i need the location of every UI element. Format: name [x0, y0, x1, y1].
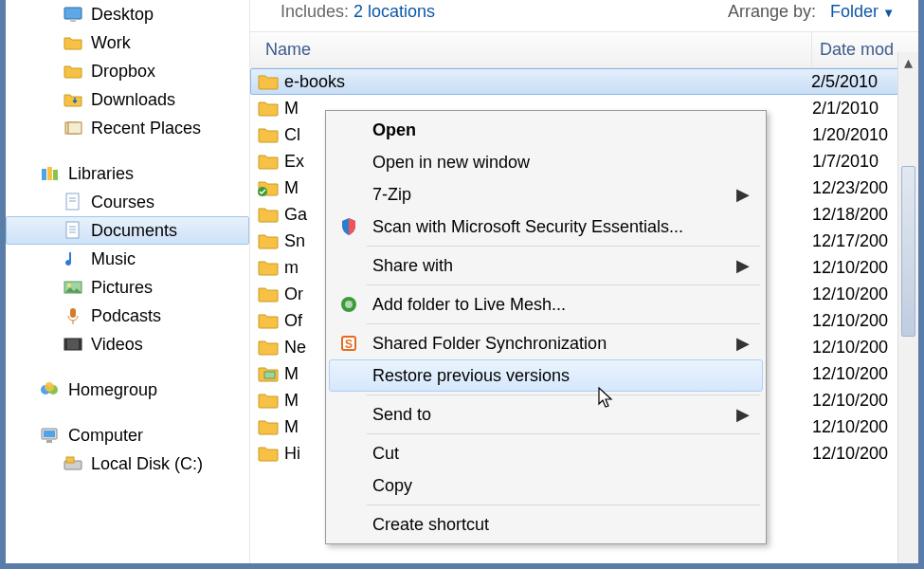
libraries-label: Libraries [68, 164, 134, 184]
sidebar-item-label: Podcasts [91, 306, 161, 326]
folder-icon [258, 257, 279, 278]
folder-icon [63, 61, 83, 82]
folder-icon [258, 204, 279, 225]
file-row[interactable]: e-books2/5/2010 [250, 68, 918, 95]
videos-icon [63, 334, 83, 355]
homegroup-icon [40, 379, 61, 400]
menu-item[interactable]: Restore previous versions [329, 359, 763, 392]
homegroup-group: Homegroup [6, 376, 249, 404]
computer-label: Computer [68, 426, 143, 446]
sidebar-item-music[interactable]: Music [6, 245, 249, 273]
menu-item[interactable]: Share with▶ [329, 249, 763, 282]
svg-rect-28 [66, 457, 74, 463]
context-menu: OpenOpen in new window7-Zip▶Scan with Mi… [325, 110, 767, 544]
sidebar-item-recent[interactable]: Recent Places [6, 114, 249, 142]
folder-icon [258, 151, 279, 172]
menu-item[interactable]: Scan with Microsoft Security Essentials.… [329, 211, 763, 243]
scroll-thumb[interactable] [901, 166, 915, 337]
svg-rect-16 [70, 308, 76, 318]
shield-icon [336, 216, 361, 237]
computer-header[interactable]: Computer [6, 421, 249, 450]
caret-down-icon: ▼ [882, 6, 895, 20]
sidebar-item-courses[interactable]: Courses [6, 188, 249, 216]
svg-point-15 [67, 284, 71, 287]
sidebar-item-local-disk[interactable]: Local Disk (C:) [6, 450, 249, 478]
menu-separator [367, 505, 760, 505]
svg-rect-26 [46, 440, 52, 443]
includes-info: Includes: 2 locations [265, 2, 450, 29]
sidebar-item-label: Pictures [91, 278, 153, 298]
folder-icon [258, 416, 279, 437]
arrange-value[interactable]: Folder [830, 2, 879, 21]
menu-item[interactable]: Open in new window [329, 146, 763, 178]
sidebar-item-pictures[interactable]: Pictures [6, 273, 249, 302]
menu-item[interactable]: SShared Folder Synchronization▶ [329, 327, 763, 359]
mesh-icon [336, 294, 361, 315]
arrange-by[interactable]: Arrange by: Folder▼ [728, 2, 895, 22]
sidebar-item-label: Music [91, 249, 136, 269]
svg-rect-5 [47, 167, 52, 180]
menu-item[interactable]: Copy [329, 469, 763, 502]
scroll-up-icon[interactable]: ▴ [898, 52, 918, 73]
sidebar-item-work[interactable]: Work [6, 28, 249, 57]
sidebar-item-label: Courses [91, 193, 154, 212]
folder-pictures-icon [258, 363, 279, 384]
libraries-icon [40, 163, 61, 184]
sidebar-item-downloads[interactable]: Downloads [6, 85, 249, 114]
file-name: e-books [284, 72, 811, 92]
svg-rect-25 [44, 431, 55, 437]
menu-item-label: 7-Zip [372, 185, 411, 205]
homegroup-header[interactable]: Homegroup [6, 376, 249, 404]
vertical-scrollbar[interactable]: ▴ [897, 52, 918, 563]
blank-icon [336, 443, 361, 464]
sidebar-item-desktop[interactable]: Desktop [6, 0, 249, 28]
submenu-arrow-icon: ▶ [736, 255, 750, 276]
desktop-icon [63, 4, 83, 25]
svg-rect-20 [79, 339, 82, 350]
folder-icon [258, 337, 279, 358]
folder-icon [258, 71, 279, 92]
sidebar-item-videos[interactable]: Videos [6, 330, 249, 358]
menu-item[interactable]: Add folder to Live Mesh... [329, 288, 763, 321]
document-icon [63, 192, 83, 212]
sync-icon: S [336, 333, 361, 354]
sidebar-item-label: Work [91, 33, 131, 53]
blank-icon [336, 365, 361, 386]
submenu-arrow-icon: ▶ [736, 404, 750, 425]
menu-item-label: Share with [372, 256, 453, 276]
svg-rect-30 [264, 372, 275, 378]
menu-item[interactable]: Open [329, 114, 763, 146]
folder-icon [258, 124, 279, 145]
menu-item-label: Send to [372, 405, 431, 425]
svg-text:S: S [345, 338, 353, 351]
sidebar-item-podcasts[interactable]: Podcasts [6, 302, 249, 330]
menu-item[interactable]: Create shortcut [329, 508, 763, 541]
submenu-arrow-icon: ▶ [736, 184, 750, 205]
sidebar-item-label: Downloads [91, 90, 175, 110]
music-icon [63, 248, 83, 269]
sidebar-item-dropbox[interactable]: Dropbox [6, 57, 249, 85]
folder-icon [258, 284, 279, 304]
podcasts-icon [63, 305, 83, 326]
disk-icon [63, 453, 83, 474]
arrange-label: Arrange by: [728, 2, 816, 21]
menu-separator [367, 433, 760, 434]
menu-item[interactable]: Send to▶ [329, 398, 763, 431]
includes-link[interactable]: 2 locations [353, 2, 435, 21]
blank-icon [336, 184, 361, 205]
menu-item[interactable]: 7-Zip▶ [329, 178, 763, 211]
favorites-group: Desktop Work Dropbox Downloads Recent Pl… [6, 0, 249, 142]
homegroup-label: Homegroup [68, 380, 157, 400]
svg-point-23 [45, 382, 54, 392]
menu-item-label: Cut [372, 444, 399, 464]
column-name[interactable]: Name [250, 32, 812, 67]
libraries-header[interactable]: Libraries [6, 159, 249, 188]
sidebar-item-documents[interactable]: Documents [6, 216, 249, 245]
blank-icon [336, 255, 361, 276]
menu-item[interactable]: Cut [329, 437, 763, 469]
downloads-icon [63, 89, 83, 110]
svg-rect-3 [68, 122, 82, 134]
recent-icon [63, 118, 83, 138]
sidebar-item-label: Recent Places [91, 119, 201, 138]
svg-rect-6 [53, 170, 58, 180]
